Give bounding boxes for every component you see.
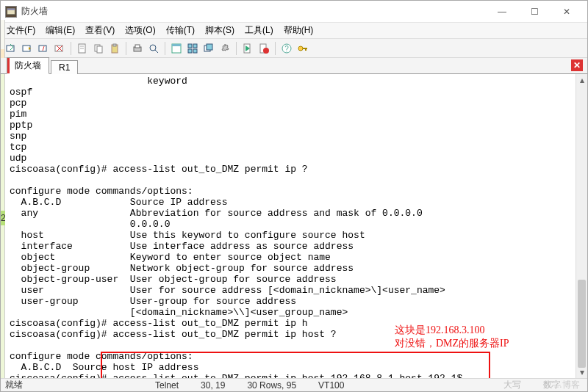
tile-icon[interactable] — [185, 41, 200, 56]
status-size: 30 Rows, 95 — [247, 380, 296, 391]
svg-rect-21 — [207, 44, 212, 50]
paste-icon[interactable] — [107, 41, 122, 56]
menu-options[interactable]: 选项(O) — [125, 24, 155, 37]
tab-r1[interactable]: R1 — [51, 60, 78, 74]
scroll-thumb[interactable] — [578, 280, 586, 368]
tab-firewall[interactable]: 防火墙 — [7, 57, 49, 74]
status-cursor: 30, 19 — [201, 380, 225, 391]
print-icon[interactable] — [130, 41, 145, 56]
app-icon — [5, 6, 17, 18]
menu-tools[interactable]: 工具(L) — [245, 24, 273, 37]
menu-script[interactable]: 脚本(S) — [205, 24, 234, 37]
menu-help[interactable]: 帮助(H) — [284, 24, 314, 37]
cascade-icon[interactable] — [201, 41, 216, 56]
quick-connect-icon[interactable] — [20, 41, 35, 56]
minimize-button[interactable]: — — [486, 1, 518, 22]
svg-rect-18 — [188, 49, 192, 53]
menu-file[interactable]: 文件(F) — [7, 24, 35, 37]
svg-point-13 — [150, 45, 156, 51]
svg-text:?: ? — [284, 45, 289, 53]
status-protocol: Telnet — [155, 380, 179, 391]
options-icon[interactable] — [218, 41, 232, 56]
terminal-area[interactable]: keyword ospf pcp pim pptp snp tcp udp ci… — [5, 74, 587, 378]
connect-icon[interactable] — [4, 41, 18, 56]
find-icon[interactable] — [146, 41, 161, 56]
toolbar: ? — [1, 39, 587, 58]
status-term: VT100 — [318, 380, 344, 391]
scroll-up-icon[interactable]: ▴ — [576, 74, 587, 86]
svg-rect-19 — [193, 49, 197, 53]
status-ready: 就绪 — [5, 379, 23, 391]
svg-rect-8 — [97, 46, 102, 53]
annotation-text: 这块是192.168.3.100 对没错，DMZ的服务器IP — [395, 324, 509, 350]
scrollbar[interactable]: ▴ ▾ — [576, 74, 587, 378]
watermark: C…博客 — [547, 379, 580, 391]
titlebar: 防火墙 — ☐ ✕ — [1, 1, 587, 23]
script-run-icon[interactable] — [240, 41, 255, 56]
key-icon[interactable] — [295, 41, 310, 56]
svg-rect-16 — [188, 44, 192, 48]
scroll-down-icon[interactable]: ▾ — [576, 366, 587, 378]
menu-view[interactable]: 查看(V) — [85, 24, 115, 37]
properties-icon[interactable] — [75, 41, 90, 56]
script-stop-icon[interactable] — [257, 41, 271, 56]
svg-rect-10 — [113, 44, 116, 46]
svg-point-27 — [298, 46, 303, 51]
svg-rect-1 — [7, 8, 15, 10]
svg-rect-15 — [172, 44, 181, 46]
window-title: 防火墙 — [21, 5, 486, 18]
session-list-icon[interactable] — [169, 41, 184, 56]
status-caps: 大写 — [503, 379, 521, 391]
svg-rect-12 — [135, 45, 140, 48]
copy-icon[interactable] — [91, 41, 106, 56]
menu-edit[interactable]: 编辑(E) — [46, 24, 75, 37]
svg-rect-17 — [193, 44, 197, 48]
highlight-box — [101, 352, 490, 378]
svg-point-24 — [263, 48, 269, 54]
statusbar: 就绪 Telnet 30, 19 30 Rows, 95 VT100 大写 数字… — [1, 378, 587, 391]
reconnect-icon[interactable] — [36, 41, 51, 56]
menubar: 文件(F) 编辑(E) 查看(V) 选项(O) 传输(T) 脚本(S) 工具(L… — [1, 23, 587, 39]
close-tab-icon[interactable]: ✕ — [571, 59, 583, 71]
disconnect-icon[interactable] — [52, 41, 67, 56]
menu-transfer[interactable]: 传输(T) — [166, 24, 195, 37]
tab-strip: 防火墙 R1 ✕ — [1, 58, 587, 74]
close-button[interactable]: ✕ — [551, 1, 583, 22]
help-icon[interactable]: ? — [279, 41, 294, 56]
maximize-button[interactable]: ☐ — [518, 1, 551, 22]
